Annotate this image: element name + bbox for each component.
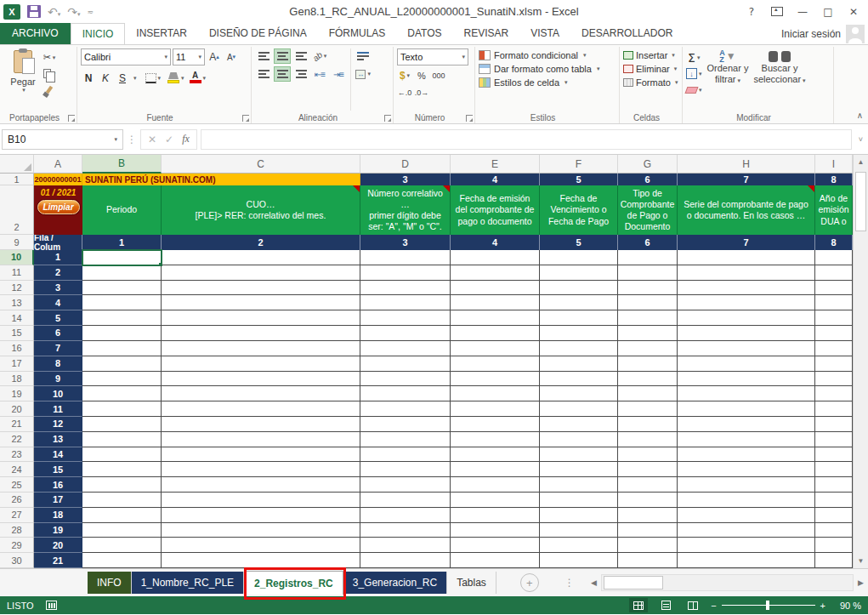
cell-f12[interactable] xyxy=(540,281,618,296)
row-header-16[interactable]: 16 xyxy=(0,341,34,356)
cell-i12[interactable] xyxy=(815,281,853,296)
cell-c12[interactable] xyxy=(162,281,360,296)
cell-c16[interactable] xyxy=(162,341,360,356)
header-numero-correlativo[interactable]: Número correlativo … primer dígito debe … xyxy=(360,185,451,235)
cell-g14[interactable] xyxy=(618,310,678,326)
sheet-tab-2-registros-rc[interactable]: 2_Registros_RC xyxy=(244,571,343,595)
row-header-29[interactable]: 29 xyxy=(0,538,34,553)
name-box[interactable]: B10▾ xyxy=(2,129,123,150)
cell-f25[interactable] xyxy=(540,477,618,493)
cell-i16[interactable] xyxy=(815,341,853,356)
underline-dropdown-icon[interactable]: ▾ xyxy=(133,75,137,82)
header-fecha-emision[interactable]: Fecha de emisión del comprobante de pago… xyxy=(451,185,540,235)
column-header-g[interactable]: G xyxy=(618,155,678,174)
font-size-combo[interactable]: 11▾ xyxy=(173,48,205,65)
row-header-10[interactable]: 10 xyxy=(0,250,34,265)
cell-f11[interactable] xyxy=(540,265,618,281)
cell-f15[interactable] xyxy=(540,326,618,341)
cell-e17[interactable] xyxy=(451,356,540,372)
row-header-28[interactable]: 28 xyxy=(0,523,34,538)
cell-d16[interactable] xyxy=(360,341,451,356)
cell-a15[interactable]: 6 xyxy=(34,326,82,341)
cell-e23[interactable] xyxy=(451,447,540,463)
cell-b16[interactable] xyxy=(82,341,162,356)
cell-a18[interactable]: 9 xyxy=(34,372,82,387)
cell-h9[interactable]: 7 xyxy=(678,235,815,250)
cell-h11[interactable] xyxy=(678,265,815,281)
cut-button[interactable]: ✂▾ xyxy=(42,50,57,65)
row-header-9[interactable]: 9 xyxy=(0,235,34,250)
row-header-17[interactable]: 17 xyxy=(0,356,34,372)
new-sheet-button[interactable]: + xyxy=(520,573,539,592)
cell-e25[interactable] xyxy=(451,477,540,493)
cell-f24[interactable] xyxy=(540,462,618,477)
cell-f22[interactable] xyxy=(540,432,618,447)
cell-b22[interactable] xyxy=(82,432,162,447)
header-fecha-vencimiento[interactable]: Fecha de Vencimiento o Fecha de Pago xyxy=(540,185,618,235)
cell-g16[interactable] xyxy=(618,341,678,356)
cell-b29[interactable] xyxy=(82,538,162,553)
cell-c20[interactable] xyxy=(162,401,360,417)
sheet-tab-3-generacion-rc[interactable]: 3_Generacion_RC xyxy=(343,572,447,594)
sheet-tab-info[interactable]: INFO xyxy=(88,572,132,594)
tab-revisar[interactable]: REVISAR xyxy=(453,23,520,44)
horizontal-scroll-track[interactable] xyxy=(601,574,854,591)
horizontal-scrollbar[interactable]: ◀ ▶ xyxy=(587,573,868,592)
cell-c22[interactable] xyxy=(162,432,360,447)
cell-g11[interactable] xyxy=(618,265,678,281)
cell-a25[interactable]: 16 xyxy=(34,477,82,493)
cell-d1[interactable]: 3 xyxy=(360,174,451,185)
delete-cells-button[interactable]: Eliminar▾ xyxy=(623,64,678,74)
cell-d22[interactable] xyxy=(360,432,451,447)
cell-i24[interactable] xyxy=(815,462,853,477)
cell-a12[interactable]: 3 xyxy=(34,281,82,296)
cell-g17[interactable] xyxy=(618,356,678,372)
cell-h24[interactable] xyxy=(678,462,815,477)
tab-insertar[interactable]: INSERTAR xyxy=(125,23,198,44)
cell-c24[interactable] xyxy=(162,462,360,477)
cell-g24[interactable] xyxy=(618,462,678,477)
cell-i28[interactable] xyxy=(815,523,853,538)
font-dialog-launcher-icon[interactable] xyxy=(242,115,249,122)
cell-g25[interactable] xyxy=(618,477,678,493)
cell-c23[interactable] xyxy=(162,447,360,463)
cell-g12[interactable] xyxy=(618,281,678,296)
cell-c25[interactable] xyxy=(162,477,360,493)
cell-e24[interactable] xyxy=(451,462,540,477)
cell-b10[interactable] xyxy=(82,250,162,265)
cell-g20[interactable] xyxy=(618,401,678,417)
cell-a28[interactable]: 19 xyxy=(34,523,82,538)
cell-c17[interactable] xyxy=(162,356,360,372)
row-header-26[interactable]: 26 xyxy=(0,493,34,508)
decrease-indent-button[interactable]: ⇤≡ xyxy=(311,66,328,82)
fill-button[interactable]: ↓▾ xyxy=(686,66,702,81)
insert-cells-button[interactable]: Insertar▾ xyxy=(623,50,678,60)
cell-d24[interactable] xyxy=(360,462,451,477)
align-top-button[interactable] xyxy=(255,48,272,64)
excel-app-icon[interactable]: X xyxy=(3,4,20,20)
zoom-in-button[interactable]: + xyxy=(820,601,825,611)
cell-b14[interactable] xyxy=(82,310,162,326)
cell-i19[interactable] xyxy=(815,386,853,401)
cell-d25[interactable] xyxy=(360,477,451,493)
cell-c21[interactable] xyxy=(162,417,360,432)
row-header-30[interactable]: 30 xyxy=(0,553,34,568)
row-header-19[interactable]: 19 xyxy=(0,386,34,401)
cell-b17[interactable] xyxy=(82,356,162,372)
underline-button[interactable]: S xyxy=(115,71,130,85)
tab-desarrollador[interactable]: DESARROLLADOR xyxy=(570,23,684,44)
cell-i10[interactable] xyxy=(815,250,853,265)
cell-a27[interactable]: 18 xyxy=(34,508,82,523)
cell-h16[interactable] xyxy=(678,341,815,356)
cell-b11[interactable] xyxy=(82,265,162,281)
cell-f27[interactable] xyxy=(540,508,618,523)
cell-f28[interactable] xyxy=(540,523,618,538)
font-name-combo[interactable]: Calibri▾ xyxy=(81,48,171,65)
sign-in-button[interactable]: Iniciar sesión xyxy=(781,23,868,44)
percent-style-button[interactable]: % xyxy=(414,68,429,83)
row-header-21[interactable]: 21 xyxy=(0,417,34,432)
selection-fill-handle[interactable] xyxy=(158,262,162,265)
cell-d14[interactable] xyxy=(360,310,451,326)
redo-button[interactable]: ↷▾ xyxy=(67,4,80,20)
vertical-scrollbar[interactable]: ▲ ▼ xyxy=(853,155,868,568)
